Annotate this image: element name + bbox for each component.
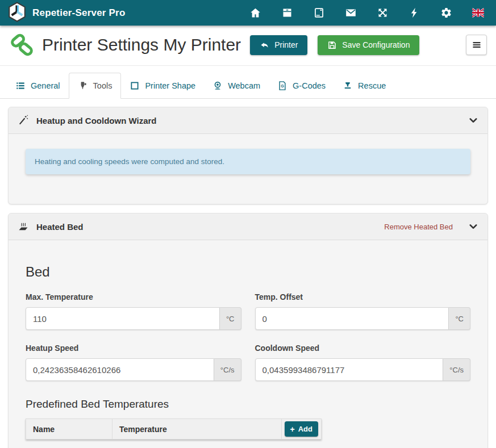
uk-flag-icon[interactable] xyxy=(472,6,485,19)
magic-wand-icon xyxy=(18,115,29,126)
square-icon xyxy=(130,81,140,91)
wizard-panel-body: Heating and cooling speeds were computed… xyxy=(9,134,487,204)
mail-icon[interactable] xyxy=(344,6,357,19)
book-icon[interactable] xyxy=(312,6,326,19)
tab-gcodes[interactable]: G G-Codes xyxy=(269,73,334,98)
list-icon xyxy=(15,81,26,91)
hamburger-icon xyxy=(471,39,482,51)
gear-icon[interactable] xyxy=(440,6,453,19)
field-max-temperature: Max. Temperature °C xyxy=(26,292,241,330)
unit-addon: °C/s xyxy=(443,358,470,381)
field-temp-offset: Temp. Offset °C xyxy=(255,292,471,330)
heated-bed-panel-header[interactable]: Heated Bed Remove Heated Bed xyxy=(9,213,487,240)
heated-bed-panel-body: Bed Max. Temperature °C Temp. Offset °C xyxy=(9,240,487,448)
info-alert: Heating and cooling speeds were computed… xyxy=(26,149,470,174)
remove-heated-bed-link[interactable]: Remove Heated Bed xyxy=(384,223,453,231)
brand[interactable]: Repetier-Server Pro xyxy=(8,2,125,24)
unit-addon: °C xyxy=(220,307,241,330)
brand-title: Repetier-Server Pro xyxy=(32,7,125,19)
tab-tools[interactable]: Tools xyxy=(69,73,122,99)
max-temperature-label: Max. Temperature xyxy=(26,292,241,302)
temp-offset-input[interactable] xyxy=(255,307,449,330)
wizard-panel-title: Heatup and Cooldown Wizard xyxy=(36,116,157,125)
cooldown-speed-label: Cooldown Speed xyxy=(255,344,471,353)
bed-form: Max. Temperature °C Temp. Offset °C Heat… xyxy=(26,292,470,381)
tab-rescue[interactable]: Rescue xyxy=(334,73,394,98)
field-cooldown-speed: Cooldown Speed °C/s xyxy=(255,344,471,381)
save-configuration-button[interactable]: Save Configuration xyxy=(318,35,419,55)
unit-addon: °C/s xyxy=(214,358,241,381)
extruder-icon xyxy=(78,81,88,91)
chain-link-icon xyxy=(9,32,34,57)
svg-text:G: G xyxy=(281,84,284,89)
table-header-row: Name Temperature + Add xyxy=(26,418,322,439)
field-heatup-speed: Heatup Speed °C/s xyxy=(26,344,241,381)
heated-bed-panel: Heated Bed Remove Heated Bed Bed Max. Te… xyxy=(8,213,488,448)
predefined-temps-table: Name Temperature + Add xyxy=(26,418,322,439)
name-column-header: Name xyxy=(26,418,112,439)
temperature-column-header: Temperature xyxy=(112,418,281,439)
heatup-speed-input[interactable] xyxy=(26,358,214,381)
navbar-icons xyxy=(249,6,485,19)
wizard-panel: Heatup and Cooldown Wizard Heating and c… xyxy=(8,107,488,204)
bed-section-title: Bed xyxy=(26,264,470,280)
archive-box-icon[interactable] xyxy=(281,6,294,19)
max-temperature-input[interactable] xyxy=(26,307,220,330)
add-column-cell: + Add xyxy=(281,418,322,439)
unit-addon: °C xyxy=(449,307,470,330)
cooldown-speed-input[interactable] xyxy=(255,358,444,381)
tab-bar: General Tools Printer Shape Webcam G G-C… xyxy=(0,66,496,99)
tab-general[interactable]: General xyxy=(7,73,69,98)
temp-offset-label: Temp. Offset xyxy=(255,292,471,302)
add-temperature-button[interactable]: + Add xyxy=(285,421,318,437)
bolt-icon[interactable] xyxy=(408,6,421,19)
repetier-logo-icon xyxy=(8,2,26,24)
navbar: Repetier-Server Pro xyxy=(0,0,496,26)
menu-button[interactable] xyxy=(466,35,487,55)
heated-bed-panel-title: Heated Bed xyxy=(36,222,84,232)
plus-icon: + xyxy=(290,425,295,433)
chevron-down-icon[interactable] xyxy=(468,221,478,232)
expand-arrows-icon[interactable] xyxy=(376,6,389,19)
wizard-panel-header[interactable]: Heatup and Cooldown Wizard xyxy=(9,107,487,134)
heatup-speed-label: Heatup Speed xyxy=(26,344,241,353)
gcode-file-icon: G xyxy=(277,81,287,91)
home-icon[interactable] xyxy=(249,6,262,19)
save-icon xyxy=(327,40,337,50)
printer-button[interactable]: Printer xyxy=(250,35,307,55)
predefined-temps-title: Predefined Bed Temperatures xyxy=(26,398,470,411)
page-title: Printer Settings My Printer xyxy=(42,35,241,55)
tab-printer-shape[interactable]: Printer Shape xyxy=(121,73,204,98)
reply-arrow-icon xyxy=(260,40,269,50)
page-header: Printer Settings My Printer Printer Save… xyxy=(0,26,496,66)
heated-bed-icon xyxy=(18,221,29,232)
chevron-down-icon[interactable] xyxy=(468,115,478,125)
webcam-icon xyxy=(212,81,223,91)
tab-webcam[interactable]: Webcam xyxy=(204,73,269,98)
rescue-icon xyxy=(343,81,353,91)
page: Repetier-Server Pro xyxy=(0,0,496,448)
